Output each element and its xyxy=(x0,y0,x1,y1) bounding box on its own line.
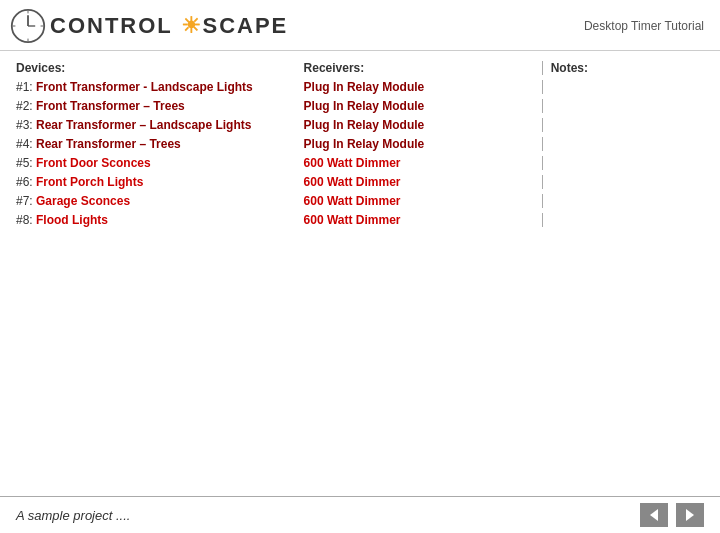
device-cell: #4: Rear Transformer – Trees xyxy=(16,137,304,151)
data-rows: #1: Front Transformer - Landscape Lights… xyxy=(16,79,704,228)
table-row: #7: Garage Sconces600 Watt Dimmer xyxy=(16,193,704,209)
receiver-cell: 600 Watt Dimmer xyxy=(304,175,534,189)
nav-buttons xyxy=(640,503,704,527)
device-cell: #5: Front Door Sconces xyxy=(16,156,304,170)
receiver-cell: Plug In Relay Module xyxy=(304,80,534,94)
row-divider xyxy=(542,194,543,208)
device-number: #1: xyxy=(16,80,36,94)
table-row: #2: Front Transformer – TreesPlug In Rel… xyxy=(16,98,704,114)
table-row: #5: Front Door Sconces600 Watt Dimmer xyxy=(16,155,704,171)
row-divider xyxy=(542,175,543,189)
row-divider xyxy=(542,137,543,151)
subtitle: Desktop Timer Tutorial xyxy=(584,19,704,33)
device-cell: #8: Flood Lights xyxy=(16,213,304,227)
device-name: Rear Transformer – Landscape Lights xyxy=(36,118,251,132)
svg-marker-8 xyxy=(686,509,694,521)
logo-text: CONTROL ☀SCAPE xyxy=(50,13,288,39)
page-header: CONTROL ☀SCAPE Desktop Timer Tutorial xyxy=(0,0,720,51)
table-row: #6: Front Porch Lights600 Watt Dimmer xyxy=(16,174,704,190)
device-name: Front Transformer – Trees xyxy=(36,99,185,113)
device-name: Flood Lights xyxy=(36,213,108,227)
device-number: #6: xyxy=(16,175,36,189)
device-name: Front Door Sconces xyxy=(36,156,151,170)
clock-icon xyxy=(10,8,46,44)
prev-icon xyxy=(648,508,660,522)
device-name: Garage Sconces xyxy=(36,194,130,208)
logo-area: CONTROL ☀SCAPE xyxy=(10,8,288,44)
device-cell: #6: Front Porch Lights xyxy=(16,175,304,189)
device-number: #5: xyxy=(16,156,36,170)
vertical-divider xyxy=(542,61,543,75)
notes-header: Notes: xyxy=(551,61,704,75)
device-name: Front Transformer - Landscape Lights xyxy=(36,80,253,94)
device-cell: #7: Garage Sconces xyxy=(16,194,304,208)
receiver-cell: Plug In Relay Module xyxy=(304,137,534,151)
logo-control: CONTROL xyxy=(50,13,172,38)
receiver-cell: 600 Watt Dimmer xyxy=(304,213,534,227)
receiver-cell: 600 Watt Dimmer xyxy=(304,194,534,208)
svg-marker-7 xyxy=(650,509,658,521)
receiver-cell: Plug In Relay Module xyxy=(304,99,534,113)
device-cell: #1: Front Transformer - Landscape Lights xyxy=(16,80,304,94)
table-row: #8: Flood Lights600 Watt Dimmer xyxy=(16,212,704,228)
device-number: #8: xyxy=(16,213,36,227)
table-row: #4: Rear Transformer – TreesPlug In Rela… xyxy=(16,136,704,152)
next-button[interactable] xyxy=(676,503,704,527)
device-cell: #2: Front Transformer – Trees xyxy=(16,99,304,113)
prev-button[interactable] xyxy=(640,503,668,527)
row-divider xyxy=(542,118,543,132)
device-number: #7: xyxy=(16,194,36,208)
row-divider xyxy=(542,213,543,227)
device-number: #4: xyxy=(16,137,36,151)
devices-header: Devices: xyxy=(16,61,304,75)
row-divider xyxy=(542,99,543,113)
row-divider xyxy=(542,156,543,170)
receiver-cell: Plug In Relay Module xyxy=(304,118,534,132)
table-row: #3: Rear Transformer – Landscape LightsP… xyxy=(16,117,704,133)
device-name: Front Porch Lights xyxy=(36,175,143,189)
column-headers: Devices: Receivers: Notes: xyxy=(16,61,704,75)
row-divider xyxy=(542,80,543,94)
device-number: #2: xyxy=(16,99,36,113)
bottom-bar: A sample project .... xyxy=(0,496,720,533)
device-cell: #3: Rear Transformer – Landscape Lights xyxy=(16,118,304,132)
receiver-cell: 600 Watt Dimmer xyxy=(304,156,534,170)
table-row: #1: Front Transformer - Landscape Lights… xyxy=(16,79,704,95)
sample-text: A sample project .... xyxy=(16,508,130,523)
receivers-header: Receivers: xyxy=(304,61,534,75)
main-content: Devices: Receivers: Notes: #1: Front Tra… xyxy=(0,51,720,228)
logo-scape: SCAPE xyxy=(203,13,289,38)
next-icon xyxy=(684,508,696,522)
device-name: Rear Transformer – Trees xyxy=(36,137,181,151)
device-number: #3: xyxy=(16,118,36,132)
